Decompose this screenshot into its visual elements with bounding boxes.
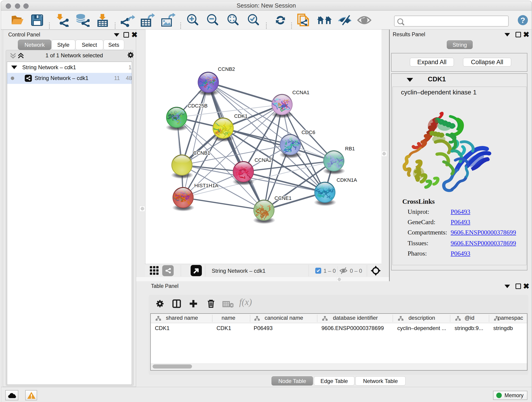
svg-text:CCNE1: CCNE1 bbox=[274, 195, 292, 201]
svg-text:RB1: RB1 bbox=[345, 146, 355, 152]
svg-text:CDC6: CDC6 bbox=[302, 129, 315, 135]
svg-text:CCNA2: CCNA2 bbox=[254, 157, 272, 163]
svg-text:CCNA1: CCNA1 bbox=[292, 89, 310, 95]
svg-text:HIST1H1A: HIST1H1A bbox=[194, 183, 218, 188]
svg-text:CDKN1A: CDKN1A bbox=[336, 177, 357, 183]
svg-text:CCNB1: CCNB1 bbox=[193, 150, 210, 156]
svg-text:CDK1: CDK1 bbox=[234, 113, 248, 119]
svg-text:CDC25B: CDC25B bbox=[188, 103, 208, 109]
svg-text:CCNB2: CCNB2 bbox=[218, 66, 235, 72]
